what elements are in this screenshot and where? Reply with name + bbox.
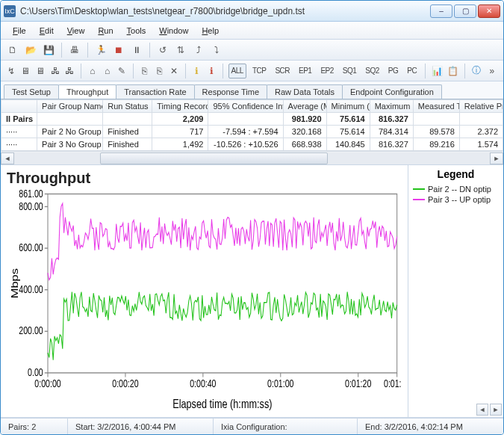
legend-label: Pair 3 -- UP optip xyxy=(428,195,491,204)
col-blank[interactable] xyxy=(1,100,37,113)
legend-pane: Legend Pair 2 -- DN optipPair 3 -- UP op… xyxy=(408,165,503,417)
maximize-button[interactable]: ▢ xyxy=(454,4,476,18)
scroll-thumb[interactable] xyxy=(100,152,329,164)
save-icon[interactable]: 💾 xyxy=(41,43,56,58)
svg-text:600.00: 600.00 xyxy=(19,242,43,254)
close-button[interactable]: ✕ xyxy=(478,4,500,18)
filter-tcp[interactable]: TCP xyxy=(249,64,270,78)
tab-transaction-rate[interactable]: Transaction Rate xyxy=(116,84,194,99)
svg-text:0:00:00: 0:00:00 xyxy=(34,378,60,390)
t2-icon-9[interactable]: ⎘ xyxy=(139,64,151,78)
statusbar: Pairs: 2 Start: 3/2/2016, 4:00:44 PM Ixi… xyxy=(1,418,503,434)
t2-icon-11[interactable]: ✕ xyxy=(168,64,180,78)
tab-throughput[interactable]: Throughput xyxy=(58,84,116,99)
legend-swatch xyxy=(413,188,425,190)
menu-file[interactable]: File xyxy=(7,25,32,37)
menu-run[interactable]: Run xyxy=(92,25,119,37)
legend-item[interactable]: Pair 2 -- DN optip xyxy=(413,185,499,194)
t2-icon-4[interactable]: 🖧 xyxy=(49,64,61,78)
action3-icon[interactable]: ⤴ xyxy=(191,43,206,58)
filter-ep2[interactable]: EP2 xyxy=(317,64,336,78)
t2-icon-6[interactable]: ⌂ xyxy=(87,64,99,78)
t2-icon-14[interactable]: 📊 xyxy=(431,64,444,78)
open-icon[interactable]: 📂 xyxy=(23,43,38,58)
titlebar[interactable]: IxC C:\Users\Tim\Desktop\wlan_tests\netg… xyxy=(1,1,503,22)
app-icon: IxC xyxy=(4,5,16,17)
menu-help[interactable]: Help xyxy=(196,25,225,37)
svg-text:0:01:00: 0:01:00 xyxy=(267,378,293,390)
menu-view[interactable]: View xyxy=(61,25,91,37)
col-pair-group[interactable]: Pair Group Name xyxy=(37,100,103,113)
pause-icon[interactable]: ⏸ xyxy=(129,43,144,58)
tab-raw-data-totals[interactable]: Raw Data Totals xyxy=(267,84,343,99)
table-row[interactable]: ·····Pair 2 No GroupFinished717-7.594 : … xyxy=(1,126,503,138)
legend-scroll-right-icon[interactable]: ► xyxy=(490,404,502,416)
info-icon[interactable]: ⓘ xyxy=(470,64,482,78)
menu-window[interactable]: Window xyxy=(153,25,194,37)
t2-icon-7[interactable]: ⌂ xyxy=(102,64,113,78)
col-average[interactable]: Average (Mbps) xyxy=(283,100,326,113)
t2-icon-5[interactable]: 🖧 xyxy=(64,64,76,78)
status-ixia: Ixia Configuration: xyxy=(214,419,358,434)
status-pairs: Pairs: 2 xyxy=(1,419,68,434)
filter-sq1[interactable]: SQ1 xyxy=(340,64,360,78)
col-maximum[interactable]: Maximum (Mbps) xyxy=(370,100,413,113)
table-row[interactable]: ·····Pair 3 No GroupFinished1,492-10.526… xyxy=(1,138,503,151)
svg-text:0:00:40: 0:00:40 xyxy=(190,378,216,390)
filter-sq2[interactable]: SQ2 xyxy=(362,64,382,78)
chart-split: Throughput 0.00200.00400.00600.00800.008… xyxy=(1,165,503,418)
legend-label: Pair 2 -- DN optip xyxy=(428,185,491,194)
col-measured-time[interactable]: Measured Time (sec) xyxy=(413,100,459,113)
t2-icon-15[interactable]: 📋 xyxy=(447,64,459,78)
t2-icon-10[interactable]: ⎘ xyxy=(153,64,165,78)
col-confidence[interactable]: 95% Confidence Interval xyxy=(208,100,283,113)
action4-icon[interactable]: ⤵ xyxy=(209,43,224,58)
t2-icon-1[interactable]: ↯ xyxy=(5,64,17,78)
scroll-left-icon[interactable]: ◄ xyxy=(1,152,14,164)
toolbar-overflow-icon[interactable]: » xyxy=(485,66,499,76)
table-row[interactable]: ll Pairs2,209981.92075.614816.327 xyxy=(1,113,503,126)
t2-icon-2[interactable]: 🖥 xyxy=(20,64,32,78)
t2-icon-13[interactable]: ℹ xyxy=(205,64,217,78)
throughput-chart: 0.00200.00400.00600.00800.00861.000:00:0… xyxy=(7,190,402,414)
action1-icon[interactable]: ↺ xyxy=(155,43,170,58)
new-icon[interactable]: 🗋 xyxy=(5,43,20,58)
print-icon[interactable]: 🖶 xyxy=(67,43,82,58)
filter-all[interactable]: ALL xyxy=(228,64,246,78)
filter-ep1[interactable]: EP1 xyxy=(296,64,314,78)
status-start: Start: 3/2/2016, 4:00:44 PM xyxy=(68,419,214,434)
status-end: End: 3/2/2016, 4:02:14 PM xyxy=(358,419,503,434)
toolbar-1: 🗋 📂 💾 🖶 🏃 ⏹ ⏸ ↺ ⇅ ⤴ ⤵ xyxy=(1,40,503,61)
t2-icon-3[interactable]: 🖥 xyxy=(34,64,46,78)
svg-text:400.00: 400.00 xyxy=(19,284,43,296)
minimize-button[interactable]: – xyxy=(430,4,452,18)
t2-icon-8[interactable]: ✎ xyxy=(116,64,128,78)
filter-scr[interactable]: SCR xyxy=(272,64,293,78)
action2-icon[interactable]: ⇅ xyxy=(173,43,188,58)
col-minimum[interactable]: Minimum (Mbps) xyxy=(326,100,370,113)
run-icon[interactable]: 🏃 xyxy=(93,43,108,58)
filter-pc[interactable]: PC xyxy=(404,64,420,78)
filter-pg[interactable]: PG xyxy=(385,64,401,78)
t2-icon-12[interactable]: ℹ xyxy=(191,64,203,78)
menu-tools[interactable]: Tools xyxy=(121,25,152,37)
tab-endpoint-configuration[interactable]: Endpoint Configuration xyxy=(342,84,442,99)
svg-rect-0 xyxy=(48,194,397,373)
svg-text:200.00: 200.00 xyxy=(19,325,43,337)
col-timing-records[interactable]: Timing Records Completed xyxy=(152,100,208,113)
scroll-right-icon[interactable]: ► xyxy=(490,152,503,164)
svg-text:Elapsed time (h:mm:ss): Elapsed time (h:mm:ss) xyxy=(172,397,272,410)
legend-scroll-left-icon[interactable]: ◄ xyxy=(476,404,488,416)
results-grid: Pair Group Name Run Status Timing Record… xyxy=(1,99,503,165)
stop-icon[interactable]: ⏹ xyxy=(111,43,126,58)
col-relative-precision[interactable]: Relative Precision xyxy=(459,100,503,113)
grid-hscrollbar[interactable]: ◄ ► xyxy=(1,151,503,164)
legend-item[interactable]: Pair 3 -- UP optip xyxy=(413,195,499,204)
menu-edit[interactable]: Edit xyxy=(34,25,60,37)
svg-text:0:01:20: 0:01:20 xyxy=(345,378,371,390)
tab-test-setup[interactable]: Test Setup xyxy=(4,84,59,99)
svg-text:800.00: 800.00 xyxy=(19,200,43,212)
col-run-status[interactable]: Run Status xyxy=(103,100,152,113)
chart-pane: Throughput 0.00200.00400.00600.00800.008… xyxy=(1,165,408,417)
tab-response-time[interactable]: Response Time xyxy=(194,84,267,99)
